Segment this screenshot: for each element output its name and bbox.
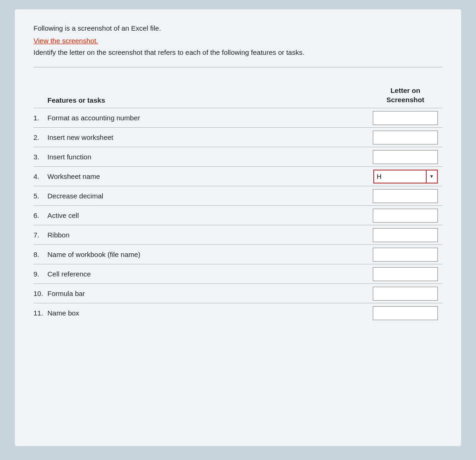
row-number-3: 3. [33, 153, 47, 161]
answer-input-11[interactable] [373, 306, 438, 320]
table-header: Features or tasks Letter on Screenshot [33, 86, 443, 106]
row-number-5: 5. [33, 192, 47, 200]
answer-input-6[interactable] [373, 209, 438, 223]
row-number-6: 6. [33, 211, 47, 219]
table-row: 8. Name of workbook (file name) [33, 244, 443, 264]
row-input-wrap-11 [368, 304, 443, 322]
intro-line1: Following is a screenshot of an Excel fi… [33, 23, 443, 34]
row-input-wrap-1 [368, 109, 443, 127]
table-row: 1. Format as accounting number [33, 108, 443, 127]
table-row: 4. Worksheet name ▼ [33, 166, 443, 186]
row-label-9: Cell reference [47, 266, 368, 282]
row-label-5: Decrease decimal [47, 188, 368, 204]
table-row: 6. Active cell [33, 205, 443, 225]
table-row: 11. Name box [33, 303, 443, 322]
row-number-4: 4. [33, 172, 47, 180]
row-input-wrap-8 [368, 246, 443, 263]
col-feature-header: Features or tasks [33, 96, 368, 104]
row-input-wrap-3 [368, 148, 443, 166]
row-input-wrap-9 [368, 265, 443, 283]
row-number-9: 9. [33, 270, 47, 278]
table-row: 2. Insert new worksheet [33, 127, 443, 147]
answer-input-7[interactable] [373, 228, 438, 242]
answer-input-8[interactable] [373, 248, 438, 262]
row-label-1: Format as accounting number [47, 110, 368, 125]
row-input-wrap-2 [368, 129, 443, 146]
answer-input-10[interactable] [373, 287, 438, 301]
answer-input-3[interactable] [373, 150, 438, 164]
table-row: 5. Decrease decimal [33, 186, 443, 205]
table-row: 7. Ribbon [33, 225, 443, 244]
row-number-2: 2. [33, 133, 47, 141]
row-label-2: Insert new worksheet [47, 130, 368, 145]
row-label-11: Name box [47, 305, 368, 321]
row-label-4: Worksheet name [47, 169, 368, 184]
row-input-wrap-10 [368, 285, 443, 302]
row-label-6: Active cell [47, 208, 368, 223]
row-label-3: Insert function [47, 149, 368, 164]
row-number-11: 11. [33, 309, 47, 317]
row-number-1: 1. [33, 114, 47, 122]
answer-input-5[interactable] [373, 189, 438, 203]
table-row: 10. Formula bar [33, 283, 443, 303]
table-row: 9. Cell reference [33, 264, 443, 283]
answer-input-4[interactable] [373, 170, 427, 184]
divider [33, 67, 443, 67]
row-input-wrap-7 [368, 226, 443, 244]
identify-text: Identify the letter on the screenshot th… [33, 47, 443, 58]
row-label-10: Formula bar [47, 286, 368, 301]
answer-input-2[interactable] [373, 131, 438, 145]
answer-input-9[interactable] [373, 267, 438, 281]
row-number-10: 10. [33, 289, 47, 297]
features-table: Features or tasks Letter on Screenshot 1… [33, 86, 443, 322]
row-input-wrap-5 [368, 187, 443, 205]
row-label-8: Name of workbook (file name) [47, 247, 368, 262]
col-letter-header: Letter on Screenshot [368, 86, 443, 104]
answer-input-1[interactable] [373, 111, 438, 125]
row-label-7: Ribbon [47, 227, 368, 243]
row-number-8: 8. [33, 250, 47, 258]
table-row: 3. Insert function [33, 147, 443, 166]
main-card: Following is a screenshot of an Excel fi… [15, 9, 461, 446]
view-screenshot-link[interactable]: View the screenshot. [33, 37, 98, 45]
row-input-wrap-6 [368, 207, 443, 224]
row-number-7: 7. [33, 231, 47, 239]
selected-dropdown-wrap: ▼ [373, 170, 438, 184]
row-input-wrap-4: ▼ [368, 168, 443, 185]
dropdown-arrow-4[interactable]: ▼ [427, 170, 438, 184]
